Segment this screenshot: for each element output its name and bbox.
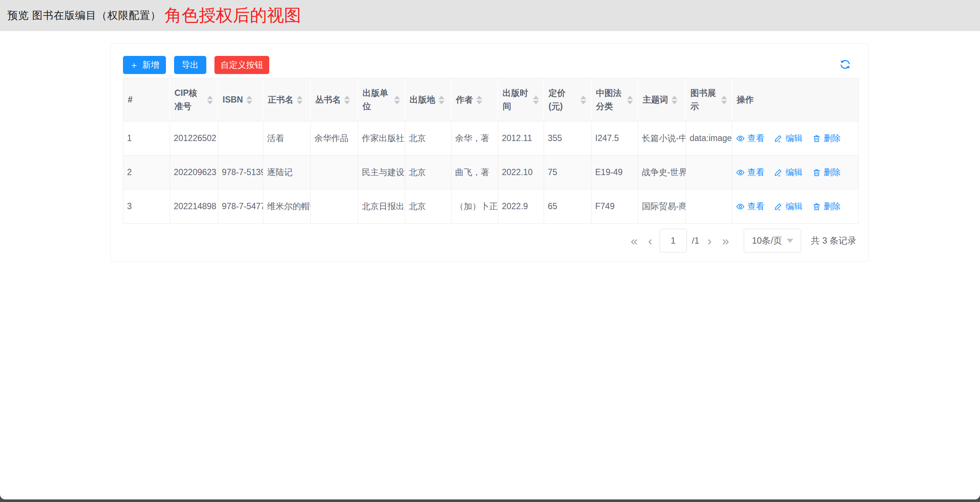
table-body: 1 201226502 活着 余华作品 作家出版社 北京 余华，著 2012.1… [123, 121, 859, 223]
delete-link[interactable]: 删除 [812, 167, 841, 178]
page-size-select[interactable]: 10条/页 [744, 229, 801, 253]
page-annotation: 角色授权后的视图 [165, 4, 301, 27]
edit-link[interactable]: 编辑 [774, 132, 803, 144]
prev-page-button[interactable]: ‹ [643, 234, 657, 247]
page-number-input[interactable] [660, 229, 687, 253]
refresh-icon [839, 58, 851, 72]
cell-title: 维米尔的帽子 [263, 189, 311, 223]
sort-icon[interactable] [297, 95, 302, 105]
cell-title: 活着 [263, 121, 311, 155]
cell-index: 1 [123, 121, 170, 155]
toolbar: ＋ 新增 导出 自定义按钮 [123, 56, 856, 74]
table-header: # CIP核准号 ISBN 正书名 丛书名 出版单位 [123, 78, 859, 121]
refresh-button[interactable] [837, 57, 853, 73]
column-header-title[interactable]: 正书名 [263, 78, 311, 121]
first-page-button[interactable]: « [625, 234, 643, 247]
pagination: « ‹ /1 › » 10条/页 共 3 条记录 [625, 228, 856, 253]
table-card: ＋ 新增 导出 自定义按钮 [110, 43, 869, 262]
cell-pubdate: 2022.9 [498, 189, 544, 223]
sort-icon[interactable] [581, 95, 586, 105]
row-actions: 查看 编辑 删除 [732, 155, 858, 189]
top-header-bar: 预览 图书在版编目（权限配置） 角色授权后的视图 [0, 0, 980, 31]
sort-icon[interactable] [671, 95, 678, 105]
cell-pubplace: 北京 [405, 121, 452, 155]
chevron-down-icon [787, 239, 793, 243]
edit-icon [774, 168, 783, 177]
cell-index: 3 [123, 189, 170, 223]
header-row: # CIP核准号 ISBN 正书名 丛书名 出版单位 [123, 78, 859, 121]
column-header-isbn[interactable]: ISBN [218, 78, 263, 121]
cell-pubplace: 北京 [405, 189, 452, 223]
sort-icon[interactable] [394, 95, 400, 105]
cell-author: 曲飞，著 [452, 155, 498, 189]
cell-series [311, 189, 358, 223]
column-header-bookimage[interactable]: 图书展示 [686, 78, 732, 121]
cell-index: 2 [123, 155, 170, 189]
column-header-publisher[interactable]: 出版单位 [358, 78, 405, 121]
cell-price: 65 [544, 189, 592, 223]
cell-isbn: 978-7-5139 [218, 155, 263, 189]
cell-subject: 战争史-世界 [638, 155, 686, 189]
add-button[interactable]: ＋ 新增 [123, 56, 166, 74]
export-button[interactable]: 导出 [174, 56, 206, 74]
trash-icon [812, 134, 821, 143]
view-link[interactable]: 查看 [736, 167, 764, 178]
next-page-button[interactable]: › [702, 234, 717, 247]
edit-icon [774, 134, 783, 143]
app-window: 预览 图书在版编目（权限配置） 角色授权后的视图 ＋ 新增 导出 自定义按钮 [0, 0, 980, 499]
edit-link[interactable]: 编辑 [774, 201, 803, 212]
total-pages-label: /1 [692, 235, 699, 246]
sort-icon[interactable] [246, 95, 252, 105]
custom-button[interactable]: 自定义按钮 [215, 56, 269, 74]
cell-publisher: 作家出版社 [358, 121, 405, 155]
custom-button-label: 自定义按钮 [221, 59, 263, 71]
cell-classification: F749 [592, 189, 638, 223]
cell-author: 余华，著 [452, 121, 498, 155]
cell-isbn: 978-7-5477 [218, 189, 263, 223]
cell-bookimage [686, 189, 732, 223]
column-header-pubplace[interactable]: 出版地 [405, 78, 452, 121]
edit-icon [774, 202, 783, 211]
cell-series: 余华作品 [311, 121, 358, 155]
column-header-pubdate[interactable]: 出版时间 [498, 78, 544, 121]
cell-series [311, 155, 358, 189]
sort-icon[interactable] [721, 95, 727, 105]
column-header-price[interactable]: 定价(元) [544, 78, 592, 121]
sort-icon[interactable] [344, 95, 350, 105]
eye-icon [736, 168, 745, 177]
column-header-index: # [123, 78, 170, 121]
column-header-cip[interactable]: CIP核准号 [170, 78, 218, 121]
column-header-subject[interactable]: 主题词 [638, 78, 686, 121]
column-header-classification[interactable]: 中图法分类 [592, 78, 638, 121]
cell-subject: 国际贸易-商业 [638, 189, 686, 223]
view-link[interactable]: 查看 [736, 132, 764, 144]
column-header-author[interactable]: 作者 [452, 78, 498, 121]
cell-author: （加）卜正民 [452, 189, 498, 223]
page-title: 预览 图书在版编目（权限配置） [7, 8, 161, 22]
sort-icon[interactable] [207, 95, 213, 105]
cell-price: 355 [544, 121, 592, 155]
row-actions: 查看 编辑 删除 [732, 121, 858, 155]
trash-icon [812, 202, 821, 211]
total-records-label: 共 3 条记录 [811, 235, 856, 246]
cell-publisher: 北京日报出版社 [358, 189, 405, 223]
cell-cip: 201226502 [170, 121, 218, 155]
sort-icon[interactable] [439, 95, 444, 105]
column-header-series[interactable]: 丛书名 [311, 78, 358, 121]
sort-icon[interactable] [533, 95, 539, 105]
view-link[interactable]: 查看 [736, 201, 764, 212]
cell-pubdate: 2022.10 [498, 155, 544, 189]
edit-link[interactable]: 编辑 [774, 167, 803, 178]
sort-icon[interactable] [476, 95, 482, 105]
delete-link[interactable]: 删除 [812, 132, 841, 144]
cell-subject: 长篇小说-中国 [638, 121, 686, 155]
eye-icon [736, 134, 745, 143]
page-size-value: 10条/页 [752, 235, 782, 246]
last-page-button[interactable]: » [717, 234, 734, 247]
export-button-label: 导出 [182, 59, 199, 71]
cell-bookimage: data:image [686, 121, 732, 155]
cell-pubplace: 北京 [405, 155, 452, 189]
sort-icon[interactable] [627, 95, 633, 105]
delete-link[interactable]: 删除 [812, 201, 841, 212]
cell-pubdate: 2012.11 [498, 121, 544, 155]
